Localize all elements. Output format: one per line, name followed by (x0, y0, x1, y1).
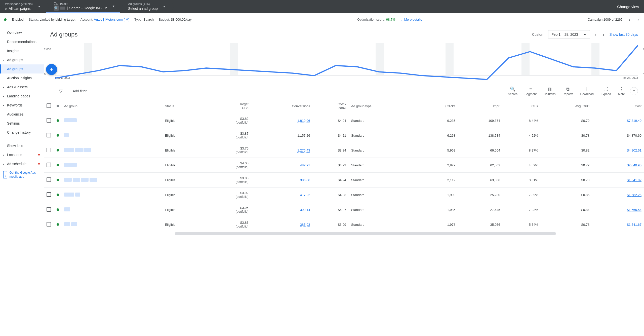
prev-campaign-button[interactable]: ‹ (628, 17, 631, 22)
conversions-cell[interactable]: 386.86 (251, 173, 313, 188)
clicks-cell: 1,978 (416, 217, 458, 232)
chevron-down-icon: ▼ (163, 5, 166, 8)
cost-cell: $4,870.60 (592, 128, 644, 143)
row-checkbox[interactable] (47, 222, 51, 227)
adgroup-name-cell (62, 202, 163, 217)
cost-cell[interactable]: $1,541.67 (592, 217, 644, 232)
conversions-cell[interactable]: 390.14 (251, 202, 313, 217)
adgroup-name-cell (62, 188, 163, 202)
chevron-down-icon: ▼ (583, 32, 587, 36)
status-cell: Eligible (163, 158, 204, 173)
table-row[interactable]: Eligible$3.92(portfolio)417.22$4.03Stand… (44, 188, 644, 202)
ctr-cell: 7.89% (503, 188, 541, 202)
sidebar-item-change-history[interactable]: Change history (0, 128, 44, 137)
sidebar-item-ad-schedule[interactable]: Ad schedule (0, 159, 44, 168)
conversions-cell[interactable]: 385.93 (251, 217, 313, 232)
sidebar-item-adgroups-parent[interactable]: Ad groups (0, 55, 44, 64)
cost-conv-cell: $4.03 (313, 188, 349, 202)
cost-cell[interactable]: $1,682.25 (592, 188, 644, 202)
home-icon: ⌂ (5, 6, 7, 11)
change-view-button[interactable]: Change view (612, 0, 644, 13)
conversions-cell[interactable]: 417.22 (251, 188, 313, 202)
prev-period-button[interactable]: ‹ (594, 32, 598, 38)
row-checkbox[interactable] (47, 192, 51, 197)
chart[interactable]: 2,000 0 4.00% 0.00% Feb 1, 2023 Feb 28, … (55, 43, 638, 76)
budget-group: Budget: $8,000.00/day (159, 18, 192, 21)
row-checkbox[interactable] (47, 207, 51, 212)
ctr-cell: 4.52% (503, 128, 541, 143)
cost-cell[interactable]: $1,665.54 (592, 202, 644, 217)
table-row[interactable]: Eligible$3.85(portfolio)386.86$4.24Stand… (44, 173, 644, 188)
status-cell: Eligible (163, 217, 204, 232)
adgroup-value: Select an ad group (128, 6, 158, 11)
adgroup-name-cell (62, 217, 163, 232)
sidebar-show-less[interactable]: Show less (0, 141, 44, 150)
table-row[interactable]: Eligible$3.96(portfolio)390.14$4.27Stand… (44, 202, 644, 217)
sidebar-item-adgroups[interactable]: Ad groups (0, 64, 44, 73)
conversions-cell[interactable]: 482.91 (251, 158, 313, 173)
row-checkbox[interactable] (47, 177, 51, 182)
breadcrumb-adgroup[interactable]: Ad groups (416) Select an ad group ▼ (120, 0, 171, 13)
cost-cell[interactable]: $2,040.90 (592, 158, 644, 173)
type-cell: Standard (349, 173, 416, 188)
cost-cell[interactable]: $4,902.61 (592, 143, 644, 158)
y-tick-right: 4.00% (643, 48, 644, 51)
conversions-cell[interactable]: 1,276.43 (251, 143, 313, 158)
status-cell: Eligible (163, 188, 204, 202)
cpc-cell: $0.72 (541, 158, 592, 173)
status-dot-icon (57, 179, 59, 181)
breadcrumb-campaign[interactable]: Campaign 🔍 | Search - Google IM - T2 ▼ (46, 0, 120, 13)
cpa-cell: $3.96(portfolio) (204, 202, 251, 217)
mobile-app-promo[interactable]: Get the Google Ads mobile app (0, 168, 44, 181)
account-link[interactable]: Autos | iMotors.com (IM) (94, 18, 129, 21)
sidebar-item-landing-pages[interactable]: Landing pages (0, 92, 44, 101)
table-row[interactable]: Eligible$4.00(portfolio)482.91$4.23Stand… (44, 158, 644, 173)
table-row[interactable]: Eligible$3.83(portfolio)385.93$3.99Stand… (44, 217, 644, 232)
status-cell: Eligible (163, 173, 204, 188)
table-row[interactable]: Eligible$3.75(portfolio)1,276.43$3.84Sta… (44, 143, 644, 158)
adgroup-name-cell (62, 143, 163, 158)
sidebar-item-keywords[interactable]: Keywords (0, 101, 44, 110)
y-zero: 0 (44, 73, 46, 76)
more-details-button[interactable]: ⌄ More details (400, 18, 422, 21)
sidebar-item-ads-assets[interactable]: Ads & assets (0, 83, 44, 92)
next-campaign-button[interactable]: › (636, 17, 640, 22)
row-checkbox[interactable] (47, 148, 51, 152)
status-cell: Eligible (163, 128, 204, 143)
content: Ad groups Custom Feb 1 – 28, 2023 ▼ ‹ › … (44, 26, 644, 336)
sidebar-item-settings[interactable]: Settings (0, 119, 44, 128)
type-group: Type: Search (134, 18, 154, 21)
add-button[interactable]: + (46, 64, 57, 75)
horizontal-scrollbar[interactable] (175, 232, 556, 235)
workspace-label: Workspace (2 filters) (5, 2, 33, 6)
sidebar-item-auction-insights[interactable]: Auction insights (0, 73, 44, 83)
redacted-icon (60, 7, 65, 10)
status-dot-icon (57, 164, 59, 166)
cpa-cell: $3.83(portfolio) (204, 217, 251, 232)
status-dot-icon (57, 194, 59, 196)
breadcrumb-workspace[interactable]: Workspace (2 filters) ⌂ All campaigns ▼ (0, 0, 46, 13)
next-period-button[interactable]: › (602, 32, 606, 38)
date-picker[interactable]: Feb 1 – 28, 2023 ▼ (548, 30, 590, 39)
impr-cell: 62,562 (458, 158, 503, 173)
sidebar-item-locations[interactable]: Locations (0, 150, 44, 159)
sidebar-item-recommendations[interactable]: Recommendations (0, 37, 44, 46)
chart-svg (55, 43, 638, 119)
row-checkbox[interactable] (47, 133, 51, 137)
sidebar-item-audiences[interactable]: Audiences (0, 110, 44, 119)
table-row[interactable]: Eligible$3.87(portfolio)1,157.26$4.21Sta… (44, 128, 644, 143)
sidebar-item-overview[interactable]: Overview (0, 28, 44, 37)
cost-cell[interactable]: $1,641.02 (592, 173, 644, 188)
alert-dot-icon (38, 163, 40, 165)
row-checkbox[interactable] (47, 163, 51, 167)
select-all-checkbox[interactable] (47, 103, 51, 108)
page-header: Ad groups Custom Feb 1 – 28, 2023 ▼ ‹ › … (44, 26, 644, 43)
row-checkbox[interactable] (47, 118, 51, 123)
top-nav: Workspace (2 filters) ⌂ All campaigns ▼ … (0, 0, 644, 13)
sidebar: Overview Recommendations Insights Ad gro… (0, 26, 44, 336)
type-cell: Standard (349, 158, 416, 173)
show-last-link[interactable]: Show last 30 days (609, 32, 638, 36)
conversions-cell: 1,157.26 (251, 128, 313, 143)
cost-conv-cell: $4.24 (313, 173, 349, 188)
sidebar-item-insights[interactable]: Insights (0, 46, 44, 55)
